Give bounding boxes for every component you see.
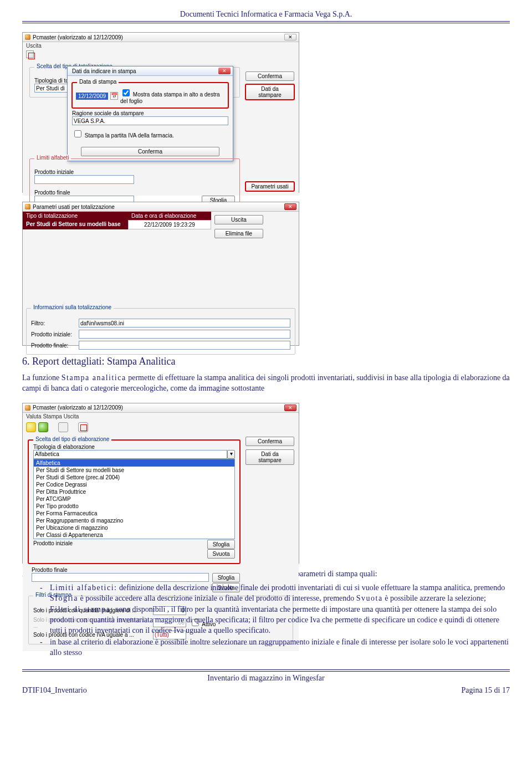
page-header: Documenti Tecnici Informatica e Farmacia… xyxy=(22,10,510,21)
chk-piva-label: Stampa la partita IVA della farmacia. xyxy=(85,132,174,139)
fieldset-info-legend: Informazioni sulla totalizzazione xyxy=(31,304,114,310)
close-icon[interactable]: ✕ xyxy=(284,203,296,210)
prodotto-finale-input[interactable] xyxy=(32,573,209,582)
screenshot-2: Parametri usati per totalizzazione ✕ Tip… xyxy=(22,202,299,346)
dropdown-item[interactable]: Per ATC/GMP xyxy=(34,495,234,503)
section-6-para: La funzione Stampa analitica permette di… xyxy=(22,373,510,394)
list-item: in base al criterio di elaborazione è po… xyxy=(37,637,510,658)
row-data: 22/12/2009 19:23:29 xyxy=(128,220,211,229)
sfoglia-button[interactable]: Sfoglia xyxy=(207,540,235,549)
modal-conferma-button[interactable]: Conferma xyxy=(81,147,219,156)
chk-mostra-label: Mostra data stampa in alto a destra del … xyxy=(120,91,220,104)
filtro-label: Filtro: xyxy=(31,320,75,326)
close-icon[interactable]: ✕ xyxy=(218,68,231,74)
prodotto-iniziale-label: Prodotto iniziale xyxy=(34,169,235,175)
row-tipo: Per Studi di Settore su modelli base xyxy=(23,220,128,229)
footer-right: Pagina 15 di 17 xyxy=(462,686,510,695)
menu-bar[interactable]: Valuta Stampa Uscita xyxy=(23,413,299,420)
bullet-list: Limiti alfabetici: definizione della des… xyxy=(22,583,510,658)
header-rule xyxy=(22,21,510,22)
section-6-heading: 6. Report dettagliati: Stampa Analitica xyxy=(22,356,510,367)
uscita-button[interactable]: Uscita xyxy=(214,215,263,224)
app-icon xyxy=(25,405,30,411)
window-title: Parametri usati per totalizzazione xyxy=(33,204,115,210)
conferma-button[interactable]: Conferma xyxy=(245,71,294,81)
dropdown-item[interactable]: Per Tipo prodotto xyxy=(34,503,234,510)
window-title: Pcmaster (valorizzato al 12/12/2009) xyxy=(33,34,123,40)
dropdown-item[interactable]: Per Studi di Settore (prec.al 2004) xyxy=(34,474,234,481)
dati-da-stampare-button[interactable]: Dati da stampare xyxy=(245,84,294,100)
fieldset-elaborazione-legend: Scelta del tipo di elaborazione xyxy=(33,436,111,442)
parametri-usati-button[interactable]: Parametri usati xyxy=(245,182,294,191)
dropdown-item[interactable]: Per Codice Degrassi xyxy=(34,481,234,488)
list-item: Filtri di stampa: sono disponibili , il … xyxy=(37,605,510,636)
dropdown-item[interactable]: Per Classi di Appartenenza xyxy=(34,531,234,539)
dialog-title: Dati da indicare in stampa xyxy=(72,68,136,74)
window-title: Pcmaster (valorizzato al 12/12/2009) xyxy=(33,405,123,411)
toolbar-icon-1[interactable] xyxy=(26,422,36,432)
close-icon[interactable]: ✕ xyxy=(284,405,296,411)
tipologia-dropdown-list[interactable]: AlfabeticaPer Studi di Settore su modell… xyxy=(33,459,235,539)
list-item: Limiti alfabetici: definizione della des… xyxy=(37,583,510,604)
dropdown-item[interactable]: Per Forma Farmaceutica xyxy=(34,510,234,517)
svuota-button[interactable]: Svuota xyxy=(207,549,235,559)
col-data-header: Data e ora di elaborazione xyxy=(128,212,211,220)
chk-piva[interactable] xyxy=(74,130,81,137)
ragione-sociale-label: Ragione sociale da stampare xyxy=(72,110,228,116)
fieldset-limiti-legend: Limiti alfabeti xyxy=(34,155,71,161)
window-titlebar: Pcmaster (valorizzato al 12/12/2009) ✕ xyxy=(23,33,299,42)
dropdown-item[interactable]: Per Studi di Settore su modelli base xyxy=(34,467,234,474)
window-titlebar: Parametri usati per totalizzazione ✕ xyxy=(23,202,299,212)
dropdown-item[interactable]: Per Raggruppamento di magazzino xyxy=(34,517,234,524)
chk-mostra-data[interactable] xyxy=(122,89,130,96)
window-titlebar: Pcmaster (valorizzato al 12/12/2009) ✕ xyxy=(23,403,299,413)
conferma-button[interactable]: Conferma xyxy=(245,437,294,446)
data-stampa-label: Data di stampa xyxy=(77,79,119,85)
dati-da-stampare-button[interactable]: Dati da stampare xyxy=(245,449,294,465)
screenshot-3: Pcmaster (valorizzato al 12/12/2009) ✕ V… xyxy=(22,403,299,564)
app-icon xyxy=(25,34,30,40)
tipologia-elab-input[interactable] xyxy=(33,450,227,459)
footer-left: DTIF104_Inventario xyxy=(22,686,87,695)
prodotto-finale-label: Prodotto finale xyxy=(34,190,235,196)
chevron-down-icon[interactable]: ▾ xyxy=(227,450,235,459)
close-icon[interactable]: ✕ xyxy=(284,34,296,40)
prodotto-iniziale-input[interactable] xyxy=(34,175,134,184)
exit-icon[interactable] xyxy=(78,422,88,432)
elimina-file-button[interactable]: Elimina file xyxy=(214,229,263,238)
prodotto-finale-input[interactable] xyxy=(79,341,290,350)
menu-bar[interactable]: Uscita xyxy=(23,42,299,49)
col-tipo-header: Tipo di totalizzazione xyxy=(23,212,128,220)
calendar-icon[interactable]: 📅 xyxy=(110,92,118,100)
sfoglia-button-2[interactable]: Sfoglia xyxy=(212,573,240,582)
tipologia-elab-label: Tipologia di elaborazione xyxy=(33,444,235,450)
exit-icon[interactable] xyxy=(26,50,34,58)
prodotto-finale-label: Prodotto finale: xyxy=(31,342,75,349)
prodotto-iniziale-input[interactable] xyxy=(79,330,290,339)
header-rule-2 xyxy=(22,23,510,23)
dropdown-item[interactable]: Per Ubicazione di magazzino xyxy=(34,524,234,531)
app-icon xyxy=(25,204,30,209)
filtro-input[interactable] xyxy=(79,319,290,327)
dropdown-item[interactable]: Per Ditta Produttrice xyxy=(34,488,234,495)
print-icon[interactable] xyxy=(58,422,68,432)
footer-center: Inventario di magazzino in Wingesfar xyxy=(22,672,510,685)
prodotto-iniziale-label: Prodotto iniziale: xyxy=(31,331,75,337)
footer-rule xyxy=(22,669,510,670)
dropdown-item[interactable]: Alfabetica xyxy=(34,459,234,467)
prodotto-finale-label: Prodotto finale xyxy=(32,567,240,573)
toolbar-icon-2[interactable] xyxy=(38,422,48,432)
ragione-sociale-input[interactable] xyxy=(72,116,228,125)
screenshot-1: Pcmaster (valorizzato al 12/12/2009) ✕ U… xyxy=(22,32,299,193)
data-stampa-value[interactable]: 12/12/2009 xyxy=(76,93,108,100)
dialog-dati-stampa: Dati da indicare in stampa ✕ Data di sta… xyxy=(67,66,233,161)
